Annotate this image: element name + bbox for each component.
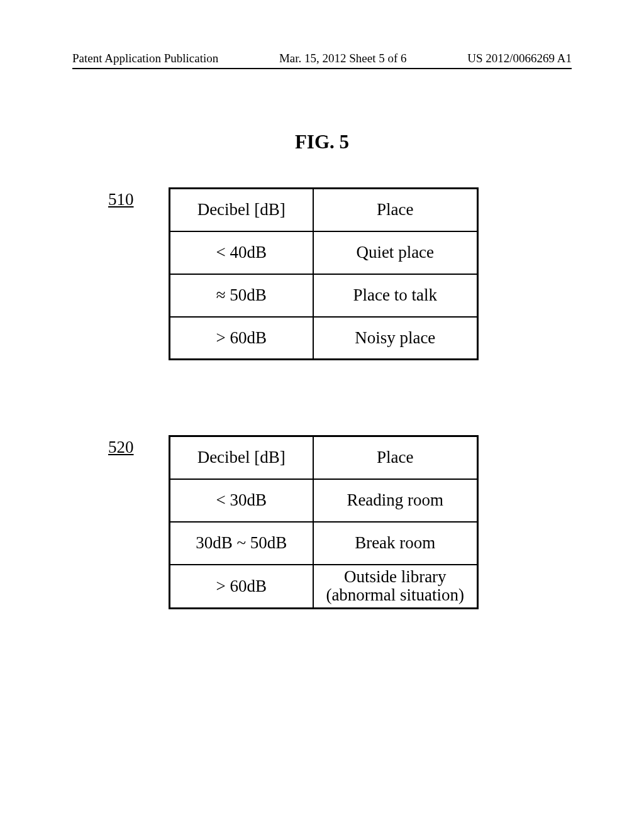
page-header: Patent Application Publication Mar. 15, … <box>72 52 572 69</box>
cell-place: Outside library(abnormal situation) <box>313 565 478 609</box>
table-header-place: Place <box>313 189 478 231</box>
table-row: ≈ 50dB Place to talk <box>170 274 478 317</box>
table-510: Decibel [dB] Place < 40dB Quiet place ≈ … <box>169 187 479 360</box>
cell-place: Noisy place <box>313 317 478 360</box>
table-header-decibel: Decibel [dB] <box>170 189 313 231</box>
table-520: Decibel [dB] Place < 30dB Reading room 3… <box>169 435 479 609</box>
table-row: < 40dB Quiet place <box>170 231 478 274</box>
cell-decibel: ≈ 50dB <box>170 274 313 317</box>
cell-decibel: > 60dB <box>170 565 313 609</box>
cell-place: Reading room <box>313 479 478 522</box>
table-header-place: Place <box>313 436 478 479</box>
cell-decibel: < 30dB <box>170 479 313 522</box>
table-row: Decibel [dB] Place <box>170 436 478 479</box>
table-row: 30dB ~ 50dB Break room <box>170 522 478 565</box>
table-row: Decibel [dB] Place <box>170 189 478 231</box>
cell-decibel: 30dB ~ 50dB <box>170 522 313 565</box>
cell-decibel: > 60dB <box>170 317 313 360</box>
table-header-decibel: Decibel [dB] <box>170 436 313 479</box>
cell-decibel: < 40dB <box>170 231 313 274</box>
table-row: < 30dB Reading room <box>170 479 478 522</box>
header-center: Mar. 15, 2012 Sheet 5 of 6 <box>279 52 407 65</box>
reference-label-520: 520 <box>108 438 134 457</box>
table-row: > 60dB Noisy place <box>170 317 478 360</box>
figure-title: FIG. 5 <box>0 131 644 153</box>
header-right: US 2012/0066269 A1 <box>467 52 572 65</box>
table-row: > 60dB Outside library(abnormal situatio… <box>170 565 478 609</box>
header-left: Patent Application Publication <box>72 52 218 65</box>
cell-place: Quiet place <box>313 231 478 274</box>
reference-label-510: 510 <box>108 190 134 209</box>
cell-place: Place to talk <box>313 274 478 317</box>
cell-place: Break room <box>313 522 478 565</box>
